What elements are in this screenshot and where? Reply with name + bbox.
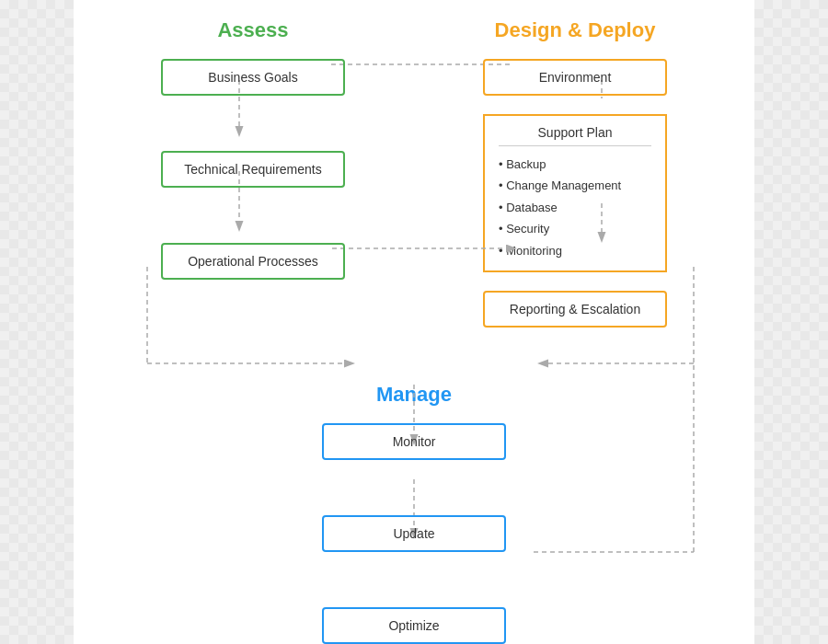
optimize-box: Optimize <box>322 607 506 644</box>
update-box: Update <box>322 515 506 552</box>
operational-processes-box: Operational Processes <box>161 243 345 280</box>
deploy-column: Design & Deploy Environment Support Plan… <box>423 18 727 328</box>
list-item: Backup <box>499 154 651 175</box>
assess-column: Assess Business Goals Technical Requirem… <box>101 18 405 328</box>
environment-box: Environment <box>483 59 667 96</box>
support-plan-box: Support Plan Backup Change Management Da… <box>483 114 667 272</box>
list-item: Security <box>499 218 651 239</box>
technical-requirements-box: Technical Requirements <box>161 151 345 188</box>
list-item: Database <box>499 197 651 218</box>
support-plan-title: Support Plan <box>499 125 651 146</box>
support-plan-list: Backup Change Management Database Securi… <box>499 154 651 261</box>
manage-section: Manage Monitor Update Optimize <box>101 337 727 644</box>
business-goals-box: Business Goals <box>161 59 345 96</box>
deploy-title: Design & Deploy <box>495 18 656 42</box>
assess-title: Assess <box>217 18 288 42</box>
reporting-escalation-box: Reporting & Escalation <box>483 291 667 328</box>
manage-title: Manage <box>376 383 452 407</box>
top-columns: Assess Business Goals Technical Requirem… <box>101 18 727 328</box>
list-item: Change Management <box>499 175 651 196</box>
list-item: Monitoring <box>499 240 651 261</box>
diagram-container: Assess Business Goals Technical Requirem… <box>74 0 754 644</box>
monitor-box: Monitor <box>322 423 506 460</box>
manage-boxes: Monitor Update Optimize <box>322 423 506 644</box>
